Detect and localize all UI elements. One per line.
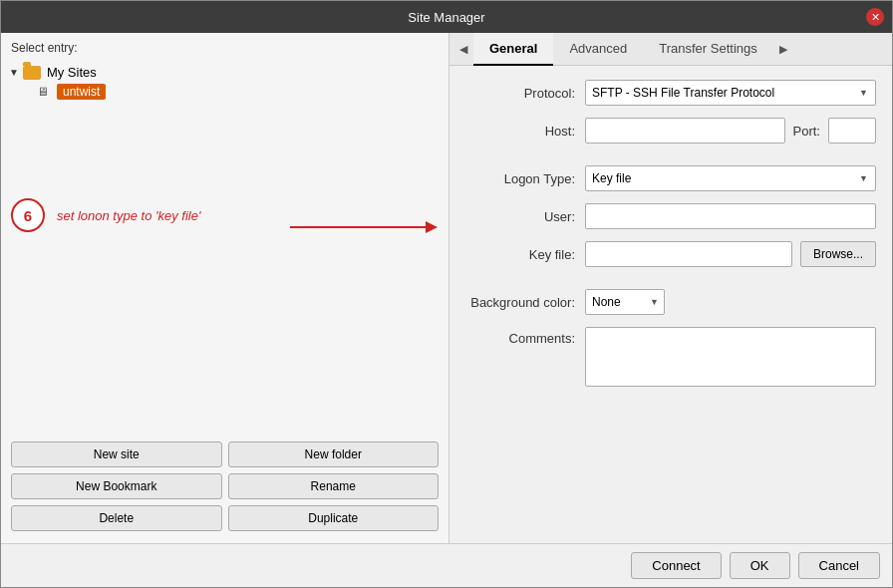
key-file-label: Key file:	[465, 247, 575, 262]
site-manager-dialog: Site Manager ✕ Select entry: ▼ My Sites …	[0, 0, 893, 588]
tabs-area: ◀ General Advanced Transfer Settings ▶	[449, 33, 892, 66]
comments-row: Comments:	[465, 327, 876, 387]
tab-transfer-settings[interactable]: Transfer Settings	[643, 33, 773, 66]
arrow-line	[290, 226, 430, 228]
new-folder-button[interactable]: New folder	[228, 441, 440, 467]
browse-button[interactable]: Browse...	[800, 241, 876, 267]
user-input[interactable]	[585, 203, 876, 229]
annotation-overlay: 6 set lonon type to 'key file'	[11, 198, 200, 232]
tree-expand-arrow: ▼	[9, 67, 19, 78]
right-panel: ◀ General Advanced Transfer Settings ▶ P…	[449, 33, 892, 543]
key-file-input[interactable]	[585, 241, 792, 267]
user-label: User:	[465, 209, 575, 224]
dialog-content: Select entry: ▼ My Sites 🖥 untwist	[1, 33, 892, 543]
tab-general[interactable]: General	[473, 33, 553, 66]
comments-label: Comments:	[465, 331, 575, 346]
host-input[interactable]	[585, 118, 785, 144]
logon-type-row: Logon Type: Anonymous Normal Ask for pas…	[465, 165, 876, 191]
folder-icon	[23, 66, 41, 80]
logon-type-select[interactable]: Anonymous Normal Ask for password Intera…	[585, 165, 876, 191]
close-button[interactable]: ✕	[866, 8, 884, 26]
key-file-container: Browse...	[585, 241, 876, 267]
host-row: Host: Port:	[465, 118, 876, 144]
delete-button[interactable]: Delete	[11, 505, 222, 531]
duplicate-button[interactable]: Duplicate	[228, 505, 440, 531]
dialog-title: Site Manager	[408, 10, 484, 25]
form-area: Protocol: SFTP - SSH File Transfer Proto…	[449, 66, 892, 543]
bg-color-select-wrapper: None Red Green Blue Yellow Cyan Magenta	[585, 289, 665, 315]
comments-textarea[interactable]	[585, 327, 876, 387]
bg-color-row: Background color: None Red Green Blue Ye…	[465, 289, 876, 315]
annotation-arrow	[290, 226, 430, 228]
left-panel-inner: ▼ My Sites 🖥 untwist 6 set lonon type to…	[1, 59, 448, 543]
tree-area: ▼ My Sites 🖥 untwist 6 set lonon type to…	[1, 59, 448, 430]
tab-advanced[interactable]: Advanced	[553, 33, 643, 66]
protocol-label: Protocol:	[465, 86, 575, 101]
new-bookmark-button[interactable]: New Bookmark	[11, 473, 222, 499]
spacer-2	[465, 279, 876, 289]
tab-right-arrow[interactable]: ▶	[773, 39, 793, 60]
site-node-untwist[interactable]: 🖥 untwist	[1, 82, 448, 102]
bg-color-select[interactable]: None Red Green Blue Yellow Cyan Magenta	[585, 289, 665, 315]
site-icon: 🖥	[37, 85, 51, 99]
site-label: untwist	[57, 84, 106, 100]
rename-button[interactable]: Rename	[228, 473, 440, 499]
dialog-footer: Connect OK Cancel	[1, 543, 892, 587]
tab-left-arrow[interactable]: ◀	[453, 39, 473, 60]
logon-type-label: Logon Type:	[465, 171, 575, 186]
key-file-row: Key file: Browse...	[465, 241, 876, 267]
host-label: Host:	[465, 124, 575, 139]
logon-type-select-wrapper: Anonymous Normal Ask for password Intera…	[585, 165, 876, 191]
spacer-1	[465, 155, 876, 165]
tree-item-my-sites[interactable]: ▼ My Sites	[1, 63, 448, 82]
host-port-container: Port:	[585, 118, 876, 144]
port-label: Port:	[793, 124, 820, 139]
user-row: User:	[465, 203, 876, 229]
bottom-buttons: New site New folder New Bookmark Rename …	[1, 430, 448, 543]
title-bar: Site Manager ✕	[1, 1, 892, 33]
protocol-select-wrapper: SFTP - SSH File Transfer Protocol FTP FT…	[585, 80, 876, 106]
connect-button[interactable]: Connect	[631, 552, 721, 579]
cancel-button[interactable]: Cancel	[798, 552, 880, 579]
new-site-button[interactable]: New site	[11, 441, 222, 467]
annotation-text: set lonon type to 'key file'	[57, 208, 200, 223]
protocol-select[interactable]: SFTP - SSH File Transfer Protocol FTP FT…	[585, 80, 876, 106]
protocol-row: Protocol: SFTP - SSH File Transfer Proto…	[465, 80, 876, 106]
step-number: 6	[11, 198, 45, 232]
select-entry-label: Select entry:	[1, 33, 448, 59]
left-panel: Select entry: ▼ My Sites 🖥 untwist	[1, 33, 449, 543]
my-sites-label: My Sites	[47, 65, 97, 80]
port-input[interactable]	[828, 118, 876, 144]
ok-button[interactable]: OK	[730, 552, 790, 579]
bg-color-label: Background color:	[465, 295, 575, 310]
